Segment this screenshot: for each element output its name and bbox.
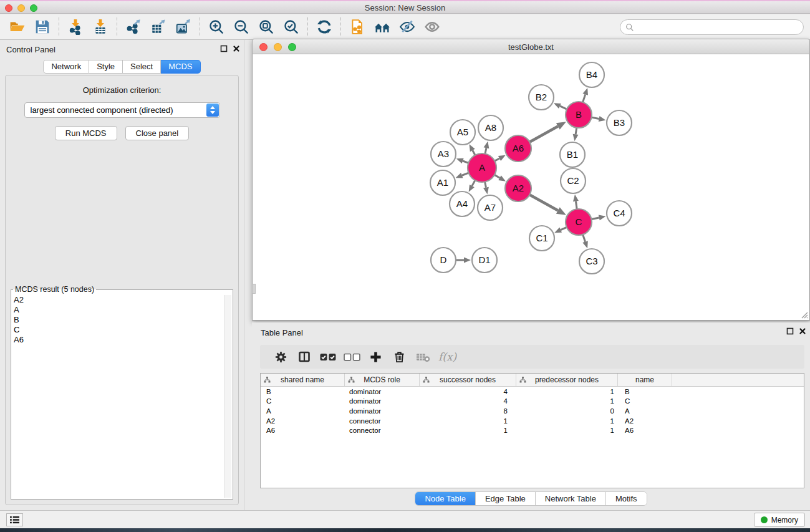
table-settings-button[interactable]	[269, 347, 292, 367]
zoom-fit-button[interactable]	[254, 16, 279, 37]
refresh-button[interactable]	[312, 16, 337, 37]
network-window-titlebar[interactable]: testGlobe.txt	[252, 39, 810, 54]
graph-node-label: A8	[485, 122, 496, 133]
zoom-out-button[interactable]	[229, 16, 254, 37]
table-cell: dominator	[345, 388, 420, 395]
run-mcds-button[interactable]: Run MCDS	[55, 126, 117, 140]
export-image-button[interactable]	[171, 16, 196, 37]
memory-button[interactable]: Memory	[754, 513, 805, 527]
network-canvas[interactable]: B4B2BB3A5A8A6A3B1AA1C2A2A4A7C4CC1DD1C3	[252, 54, 810, 321]
graph-edge-B-B1[interactable]	[576, 128, 577, 135]
mcds-result-item[interactable]: A	[14, 305, 223, 315]
graph-edge-A-A4[interactable]	[472, 180, 475, 186]
show-details-button[interactable]	[420, 16, 445, 37]
export-network-button[interactable]	[121, 16, 146, 37]
mcds-result-scrollbar[interactable]	[224, 295, 231, 498]
tab-select[interactable]: Select	[123, 60, 161, 74]
graph-edge-A-A3[interactable]	[463, 161, 468, 163]
graph-edge-A-A1[interactable]	[462, 173, 469, 175]
main-titlebar: Session: New Session	[0, 0, 810, 14]
export-table-button[interactable]	[146, 16, 171, 37]
graph-edge-C-C2[interactable]	[576, 201, 577, 209]
table-row[interactable]: Adominator80A	[261, 406, 804, 416]
table-row[interactable]: A6connector11A6	[261, 425, 804, 435]
resize-grip-icon[interactable]	[799, 310, 808, 319]
table-cell: connector	[345, 427, 420, 434]
graph-edge-A-A6[interactable]	[494, 158, 499, 161]
search-input[interactable]	[634, 23, 803, 32]
table-cell: 1	[516, 417, 618, 425]
graph-edge-A2-C[interactable]	[529, 195, 557, 210]
new-network-button[interactable]	[345, 16, 370, 37]
import-table-button[interactable]	[88, 16, 113, 37]
table-cell: 0	[516, 407, 618, 415]
network-home-button[interactable]	[370, 16, 395, 37]
table-row[interactable]: Cdominator41C	[261, 397, 804, 407]
float-panel-icon[interactable]	[786, 327, 794, 335]
select-all-columns-button[interactable]	[316, 347, 340, 367]
graph-edge-B-B4[interactable]	[583, 94, 586, 102]
float-panel-icon[interactable]	[220, 45, 228, 52]
graph-edge-A-A5[interactable]	[473, 150, 475, 155]
tab-mcds[interactable]: MCDS	[161, 60, 200, 74]
close-panel-icon[interactable]	[799, 327, 806, 335]
toolbar-separator	[59, 17, 59, 36]
export-network-icon	[125, 19, 142, 35]
column-header-predecessor-nodes[interactable]: predecessor nodes	[516, 374, 618, 386]
tab-network-table[interactable]: Network Table	[535, 492, 605, 505]
tab-style[interactable]: Style	[89, 60, 123, 74]
hide-details-button[interactable]	[395, 16, 420, 37]
graph-edge-A-A8[interactable]	[485, 148, 486, 153]
column-header-name[interactable]: name	[618, 374, 672, 386]
open-session-button[interactable]	[5, 16, 30, 37]
zoom-in-button[interactable]	[204, 16, 229, 37]
task-history-button[interactable]	[6, 513, 23, 526]
column-header-successor-nodes[interactable]: successor nodes	[420, 374, 516, 386]
table-row[interactable]: A2connector11A2	[261, 416, 804, 426]
splitter-handle[interactable]	[252, 284, 256, 294]
delete-table-button[interactable]	[411, 347, 435, 367]
new-network-document-icon	[349, 19, 365, 35]
tab-node-table[interactable]: Node Table	[415, 492, 475, 505]
tab-network[interactable]: Network	[43, 60, 89, 74]
import-network-button[interactable]	[63, 16, 88, 37]
table-cell: 1	[516, 397, 618, 405]
graph-node-label: D	[440, 254, 447, 265]
search-box[interactable]	[620, 19, 804, 35]
delete-column-button[interactable]	[387, 347, 411, 367]
mcds-result-item[interactable]: A6	[14, 335, 223, 345]
zoom-selected-button[interactable]	[279, 16, 304, 37]
table-cell: 1	[516, 388, 618, 395]
column-label: successor nodes	[440, 375, 496, 384]
close-panel-icon[interactable]	[233, 45, 240, 52]
table-body: Bdominator41BCdominator41CAdominator80AA…	[261, 387, 804, 435]
graph-node-label: A3	[438, 148, 449, 159]
graph-edge-B-B2[interactable]	[560, 106, 567, 109]
mcds-result-item[interactable]: C	[14, 325, 223, 335]
column-header-mcds-role[interactable]: MCDS role	[345, 374, 420, 386]
zoom-in-icon	[208, 19, 224, 35]
graph-edge-C-C1[interactable]	[561, 227, 567, 230]
column-header-shared-name[interactable]: shared name	[261, 374, 345, 386]
optimization-criterion-select[interactable]: largest connected component (directed)	[24, 102, 220, 118]
tab-edge-table[interactable]: Edge Table	[475, 492, 535, 505]
graph-edge-C-C4[interactable]	[592, 218, 599, 220]
mcds-result-item[interactable]: A2	[14, 295, 223, 305]
unselect-all-columns-button[interactable]	[340, 347, 364, 367]
table-row[interactable]: Bdominator41B	[261, 387, 804, 397]
function-builder-button[interactable]: f(x)	[438, 351, 456, 363]
close-panel-button[interactable]: Close panel	[125, 126, 190, 140]
tab-motifs[interactable]: Motifs	[605, 492, 647, 505]
table-cell: C	[618, 397, 672, 405]
graph-edge-arrowhead	[599, 116, 606, 122]
add-column-button[interactable]	[364, 347, 387, 367]
graph-edge-A-A7[interactable]	[485, 182, 486, 188]
graph-node-label: C4	[613, 208, 625, 218]
save-session-button[interactable]	[30, 16, 55, 37]
split-column-button[interactable]	[292, 347, 316, 367]
graph-edge-A6-B[interactable]	[529, 126, 557, 142]
graph-edge-A-A2[interactable]	[494, 175, 499, 178]
mcds-result-item[interactable]: B	[14, 315, 223, 325]
graph-edge-B-B3[interactable]	[592, 117, 599, 118]
graph-edge-C-C3[interactable]	[583, 235, 586, 242]
